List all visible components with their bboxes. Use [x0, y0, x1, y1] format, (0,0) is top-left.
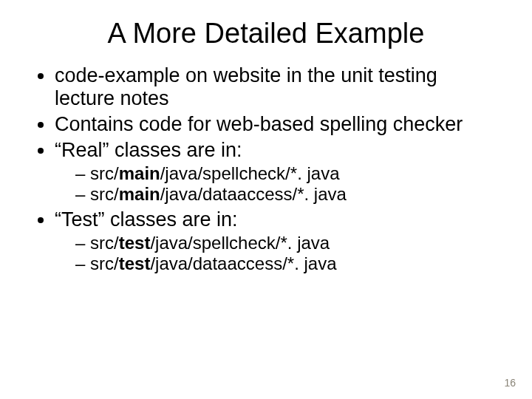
path-pre: src/	[90, 233, 119, 253]
path-pre: src/	[90, 253, 119, 273]
sub-item: src/test/java/dataaccess/*. java	[75, 253, 502, 274]
bullet-item: “Test” classes are in: src/test/java/spe…	[55, 208, 502, 273]
path-pre: src/	[90, 184, 119, 204]
path-post: /java/dataaccess/*. java	[150, 253, 336, 273]
path-pre: src/	[90, 163, 119, 183]
sub-item: src/test/java/spellcheck/*. java	[75, 233, 502, 253]
bullet-list: code-example on website in the unit test…	[33, 64, 502, 274]
bullet-text: “Real” classes are in:	[55, 139, 242, 161]
sub-list: src/test/java/spellcheck/*. java src/tes…	[55, 233, 502, 273]
page-number: 16	[504, 377, 516, 389]
path-post: /java/spellcheck/*. java	[160, 163, 340, 183]
slide: A More Detailed Example code-example on …	[0, 0, 532, 399]
path-bold: main	[119, 184, 160, 204]
slide-content: code-example on website in the unit test…	[0, 64, 532, 274]
path-bold: test	[119, 233, 151, 253]
slide-title: A More Detailed Example	[0, 0, 532, 63]
path-bold: main	[119, 163, 160, 183]
bullet-item: Contains code for web-based spelling che…	[55, 113, 502, 136]
sub-item: src/main/java/dataaccess/*. java	[75, 184, 502, 205]
bullet-item: “Real” classes are in: src/main/java/spe…	[55, 139, 502, 204]
sub-list: src/main/java/spellcheck/*. java src/mai…	[55, 163, 502, 204]
bullet-item: code-example on website in the unit test…	[55, 64, 502, 110]
bullet-text: “Test” classes are in:	[55, 208, 238, 231]
path-bold: test	[119, 253, 151, 273]
path-post: /java/spellcheck/*. java	[150, 233, 330, 253]
path-post: /java/dataaccess/*. java	[160, 184, 347, 204]
sub-item: src/main/java/spellcheck/*. java	[75, 163, 502, 184]
